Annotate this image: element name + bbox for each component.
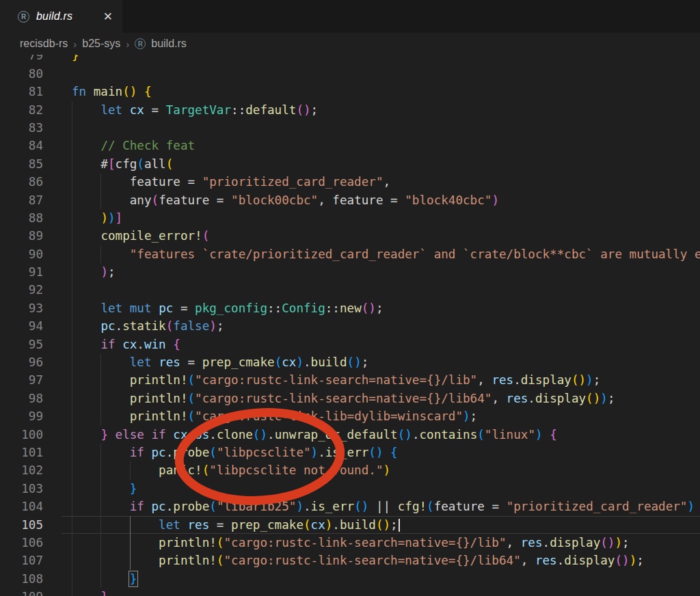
line-number[interactable]: 81 xyxy=(0,83,43,100)
code-line[interactable]: 92 xyxy=(0,281,700,299)
code-line[interactable]: 82 let cx = TargetVar::default(); xyxy=(0,101,700,119)
code-line[interactable]: 97 println!("cargo:rustc-link-search=nat… xyxy=(0,371,700,389)
code-token: ( xyxy=(166,157,174,171)
code-line[interactable]: 94 pc.statik(false); xyxy=(0,317,700,335)
code-line[interactable]: 104 if pc.probe("libarib25").is_err() ||… xyxy=(0,498,700,515)
breadcrumb-item-build.rs[interactable]: build.rs xyxy=(151,38,187,50)
breadcrumb-item-b25-sys[interactable]: b25-sys xyxy=(82,38,120,50)
code-line[interactable]: 83 xyxy=(0,119,700,137)
line-number[interactable]: 80 xyxy=(0,65,43,83)
code-line[interactable]: 98 println!("cargo:rustc-link-search=nat… xyxy=(0,390,700,407)
code-text: let res = prep_cmake(cx).build(); xyxy=(72,353,700,371)
code-line[interactable]: 86 feature = "prioritized_card_reader", xyxy=(0,173,700,191)
code-token xyxy=(72,103,100,117)
line-number[interactable]: 99 xyxy=(0,407,43,425)
code-line[interactable]: 90 "features `crate/prioritized_card_rea… xyxy=(0,245,700,263)
code-text: println!("cargo:rustc-link-search=native… xyxy=(72,390,700,407)
line-number[interactable]: 91 xyxy=(0,263,43,281)
code-line[interactable]: 102 panic!("libpcsclite not found.") xyxy=(0,461,700,479)
code-line[interactable]: 80 xyxy=(0,65,700,83)
code-token: ) xyxy=(615,536,622,550)
code-token: res xyxy=(187,518,209,532)
line-number[interactable]: 85 xyxy=(0,155,43,173)
code-token: () xyxy=(398,428,412,442)
code-token: () xyxy=(253,428,267,442)
code-line[interactable]: 100 } else if cx.os.clone().unwrap_or_de… xyxy=(0,426,700,444)
code-token xyxy=(72,446,130,459)
code-token: pc xyxy=(159,301,173,315)
code-text: } xyxy=(72,588,700,596)
line-number[interactable]: 109 xyxy=(0,588,43,596)
code-token: ] xyxy=(116,211,123,225)
line-number[interactable]: 102 xyxy=(0,461,43,479)
code-token: ( xyxy=(188,392,196,405)
indent-guide xyxy=(72,281,72,299)
line-number[interactable]: 96 xyxy=(0,353,43,371)
line-number[interactable]: 82 xyxy=(0,101,43,119)
code-line[interactable]: 108 } xyxy=(0,570,700,588)
line-number[interactable]: 100 xyxy=(0,426,43,444)
code-token xyxy=(122,301,130,315)
line-number[interactable]: 108 xyxy=(0,570,43,588)
code-line[interactable]: 96 let res = prep_cmake(cx).build(); xyxy=(0,353,700,371)
tab-build-rs[interactable]: R build.rs ✕ xyxy=(0,0,122,33)
code-line[interactable]: 105 let res = prep_cmake(cx).build(); xyxy=(0,516,700,534)
line-number[interactable]: 104 xyxy=(0,498,43,515)
line-number[interactable]: 93 xyxy=(0,299,43,317)
line-number[interactable]: 97 xyxy=(0,371,43,389)
code-line[interactable]: 79} xyxy=(0,55,700,65)
line-number[interactable]: 98 xyxy=(0,390,43,407)
code-line[interactable]: 103 } xyxy=(0,480,700,498)
code-text: let mut pc = pkg_config::Config::new(); xyxy=(72,299,700,317)
code-line[interactable]: 89 compile_error!( xyxy=(0,227,700,245)
code-token: ; xyxy=(470,409,478,423)
code-line[interactable]: 107 println!("cargo:rustc-link-search=na… xyxy=(0,552,700,569)
code-text: compile_error!( xyxy=(72,227,700,245)
code-line[interactable]: 87 any(feature = "block00cbc", feature =… xyxy=(0,191,700,209)
code-line[interactable]: 99 println!("cargo:rustc-link-lib=dylib=… xyxy=(0,407,700,425)
code-text: ); xyxy=(72,263,700,281)
code-line[interactable]: 91 ); xyxy=(0,263,700,281)
code-line[interactable]: 81fn main() { xyxy=(0,83,700,100)
line-number[interactable]: 90 xyxy=(0,245,43,263)
code-token: } xyxy=(100,590,108,596)
code-line[interactable]: 88 ))] xyxy=(0,209,700,227)
code-token: () xyxy=(586,392,600,405)
line-number[interactable]: 101 xyxy=(0,444,43,461)
code-token: feature = xyxy=(159,193,231,207)
breadcrumb-item-recisdb-rs[interactable]: recisdb-rs xyxy=(20,38,68,50)
line-number[interactable]: 89 xyxy=(0,227,43,245)
code-token xyxy=(144,446,152,459)
code-token xyxy=(72,355,130,369)
code-token: ; xyxy=(608,392,615,405)
line-number[interactable]: 79 xyxy=(0,55,43,65)
line-number[interactable]: 83 xyxy=(0,119,43,137)
code-line[interactable]: 93 let mut pc = pkg_config::Config::new(… xyxy=(0,299,700,317)
code-token: ( xyxy=(188,373,196,387)
line-number[interactable]: 84 xyxy=(0,137,43,154)
code-token xyxy=(72,319,100,333)
line-number[interactable]: 105 xyxy=(0,516,43,534)
code-line[interactable]: 106 println!("cargo:rustc-link-search=na… xyxy=(0,534,700,552)
code-line[interactable]: 109 } xyxy=(0,588,700,596)
code-text: } xyxy=(72,480,700,498)
code-token: . xyxy=(318,446,325,459)
line-number[interactable]: 107 xyxy=(0,552,43,569)
line-number[interactable]: 95 xyxy=(0,336,43,353)
code-line[interactable]: 95 if cx.win { xyxy=(0,336,700,353)
line-number[interactable]: 87 xyxy=(0,191,43,209)
code-line[interactable]: 85 #[cfg(all( xyxy=(0,155,700,173)
line-number[interactable]: 106 xyxy=(0,534,43,552)
line-number[interactable]: 103 xyxy=(0,480,43,498)
code-token: , feature = xyxy=(318,193,405,207)
close-icon[interactable]: ✕ xyxy=(102,10,114,24)
line-number[interactable]: 94 xyxy=(0,317,43,335)
line-number[interactable]: 88 xyxy=(0,209,43,227)
line-number[interactable]: 92 xyxy=(0,281,43,299)
code-token: false xyxy=(173,319,209,333)
code-line[interactable]: 84 // Check feat xyxy=(0,137,700,154)
line-number[interactable]: 86 xyxy=(0,173,43,191)
code-token xyxy=(383,446,391,459)
code-line[interactable]: 101 if pc.probe("libpcsclite").is_err() … xyxy=(0,444,700,461)
code-token: ( xyxy=(217,554,224,567)
